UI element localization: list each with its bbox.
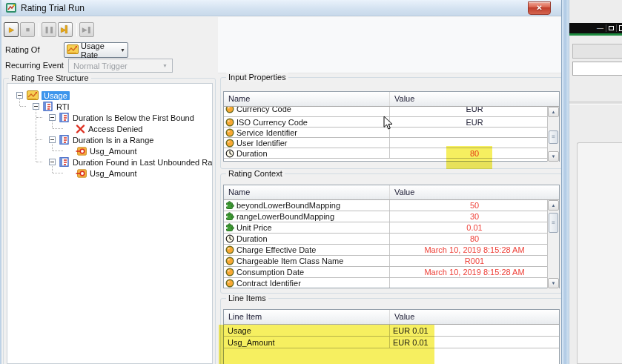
scroll-thumb[interactable]: ≡	[549, 213, 558, 233]
tree-connector	[20, 106, 26, 107]
table-row[interactable]: ISO Currency CodeEUR	[224, 117, 559, 128]
dialog-right-border	[561, 0, 569, 364]
scroll-down-button[interactable]: ▼	[548, 151, 559, 162]
row-name: Currency Code	[236, 107, 291, 113]
table-row[interactable]: beyondLowerBoundMapping50	[224, 200, 559, 211]
close-button[interactable]: ✕	[528, 1, 551, 15]
chevron-down-icon: ▼	[120, 47, 125, 53]
tree-node-label: Duration Found in Last Unbounded Range	[73, 158, 213, 167]
column-header[interactable]: Name	[224, 185, 390, 199]
maximize-icon[interactable]	[609, 26, 614, 30]
table-row[interactable]: Duration80	[224, 234, 559, 245]
background-field-disabled	[572, 44, 622, 59]
rti-icon	[59, 135, 70, 145]
clock-icon	[225, 234, 234, 243]
tree-collapse-toggle[interactable]	[33, 103, 39, 110]
table-row[interactable]: Service Identifier	[224, 128, 559, 138]
table-row[interactable]: Usg_AmountEUR 0.01	[224, 337, 559, 348]
line-items-table: Line ItemValueUsageEUR 0.01Usg_AmountEUR…	[223, 309, 560, 364]
rti-icon	[59, 157, 70, 167]
minimize-icon[interactable]: —	[597, 25, 603, 32]
tree-node-label: Duration Is Below the First Bound	[73, 113, 194, 122]
tree-node[interactable]: Duration Is Below the First Bound	[59, 112, 194, 123]
background-window-titlebar[interactable]: —	[569, 23, 622, 33]
tree-collapse-toggle[interactable]	[49, 114, 56, 121]
row-name: Usage	[228, 326, 251, 335]
table-row[interactable]: Unit Price0.01	[224, 222, 559, 234]
table-row[interactable]: User Identifier	[224, 138, 559, 148]
rti-icon	[43, 102, 53, 111]
column-header[interactable]: Value	[390, 92, 559, 106]
puzzle-icon	[225, 201, 234, 210]
orb-icon	[225, 257, 234, 265]
table-row[interactable]: Charge Effective DateMarch 10, 2019 8:15…	[224, 245, 559, 256]
run-button[interactable]: ▶	[4, 22, 19, 37]
tree-node-label: Usage	[42, 91, 70, 100]
run-pause-button[interactable]: ▶❚	[79, 22, 94, 37]
tree-collapse-toggle[interactable]	[49, 159, 56, 165]
column-header[interactable]: Value	[390, 310, 559, 324]
table-row[interactable]: Contract Identifier	[224, 278, 559, 288]
tree-node[interactable]: RTI	[43, 101, 70, 112]
column-header[interactable]: Line Item	[224, 310, 390, 324]
background-field-input[interactable]	[572, 62, 622, 76]
dialog-titlebar[interactable]: Rating Trial Run ✕	[1, 0, 563, 16]
tree-connector	[36, 139, 42, 140]
step-button[interactable]: ▶▍	[58, 22, 73, 37]
tree-node[interactable]: Duration Is in a Range	[59, 134, 153, 145]
chevron-down-icon: ▼	[162, 63, 168, 68]
row-name: Usg_Amount	[228, 338, 275, 347]
tree-collapse-toggle[interactable]	[16, 92, 23, 99]
rating-of-value: Usage Rate	[81, 42, 116, 59]
tree-node[interactable]: Usg_Amount	[76, 168, 137, 179]
toolbar-separator	[39, 23, 39, 36]
scroll-up-button[interactable]: ▲	[548, 200, 559, 211]
orb-icon	[225, 128, 234, 137]
rating-trial-run-dialog: Rating Trial Run ✕ ▶■❚❚▶▍▶❚ Rating Of Us…	[0, 0, 561, 364]
close-icon: ✕	[536, 4, 542, 12]
tree-node[interactable]: Usg_Amount	[76, 145, 137, 156]
background-panel	[577, 142, 622, 364]
tree-collapse-toggle[interactable]	[49, 136, 56, 143]
run-pause-icon: ▶❚	[82, 27, 91, 33]
column-header[interactable]: Name	[224, 92, 390, 106]
table-row[interactable]: rangeLowerBoundMapping30	[224, 211, 559, 222]
scroll-thumb[interactable]: ≡	[549, 130, 558, 144]
scroll-down-button[interactable]: ▼	[548, 278, 559, 288]
table-row[interactable]: Currency CodeEUR	[224, 107, 559, 117]
tree-node-label: RTI	[56, 102, 70, 111]
tree-node[interactable]: Usage	[27, 90, 70, 101]
tree-node[interactable]: Duration Found in Last Unbounded Range	[59, 156, 213, 168]
pause-button[interactable]: ❚❚	[42, 22, 56, 37]
amount-icon	[76, 169, 87, 178]
recurring-event-value: Normal Trigger	[73, 62, 128, 70]
row-value: March 10, 2019 8:15:28 AM	[424, 268, 524, 277]
stop-button[interactable]: ■	[20, 22, 35, 37]
orb-icon	[225, 107, 234, 113]
scroll-up-button[interactable]: ▲	[548, 107, 559, 117]
table-header: NameValue	[224, 92, 559, 107]
row-value: EUR	[466, 107, 483, 113]
rating-context-title: Rating Context	[226, 169, 285, 178]
table-row[interactable]: Chargeable Item Class NameR001	[224, 256, 559, 267]
table-row[interactable]: Duration80	[224, 148, 559, 159]
row-value: 80	[470, 149, 479, 158]
table-body: beyondLowerBoundMapping50rangeLowerBound…	[224, 200, 559, 288]
rating-of-dropdown[interactable]: Usage Rate ▼	[64, 42, 128, 58]
column-header[interactable]: Value	[390, 185, 559, 199]
row-value: EUR 0.01	[393, 338, 429, 347]
table-row[interactable]: Consumption DateMarch 10, 2019 8:15:28 A…	[224, 267, 559, 278]
tree-node[interactable]: Access Denied	[76, 123, 142, 134]
row-name: Charge Effective Date	[236, 245, 316, 254]
row-value: R001	[465, 257, 484, 265]
vertical-scrollbar[interactable]: ▲≡▼	[547, 200, 559, 288]
table-row[interactable]: UsageEUR 0.01	[224, 325, 559, 337]
row-value: 80	[470, 234, 479, 243]
vertical-scrollbar[interactable]: ▲≡▼	[547, 107, 559, 162]
tree-connector	[53, 128, 63, 129]
close-icon[interactable]	[619, 25, 622, 31]
row-name: beyondLowerBoundMapping	[236, 201, 340, 210]
background-divider	[569, 102, 622, 105]
tree-connector	[53, 173, 63, 173]
rating-tree-structure-title: Rating Tree Structure	[9, 73, 91, 82]
